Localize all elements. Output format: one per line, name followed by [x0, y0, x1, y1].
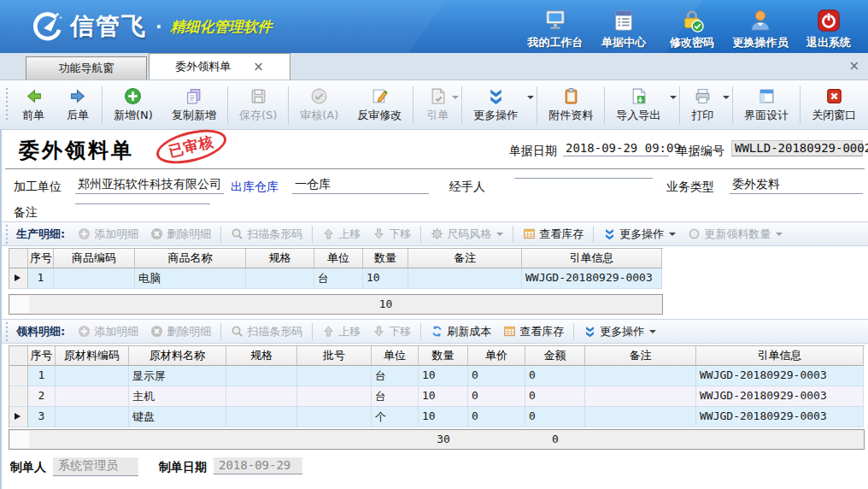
audit-button[interactable]: 审核(A) [290, 84, 348, 126]
warehouse-field[interactable]: 一仓库 [292, 177, 429, 194]
document-center-button[interactable]: 单据中心 [589, 5, 658, 50]
column-header[interactable]: 引单信息 [696, 346, 864, 366]
section-separator [593, 226, 594, 243]
change-password-button[interactable]: 修改密码 [658, 5, 726, 50]
attachments-button[interactable]: 附件资料 [539, 84, 602, 126]
next-doc-button[interactable]: 后单 [56, 84, 100, 126]
table-header-row: 序号 原材料编码 原材料名称 规格 批号 单位 数量 单价 金额 备注 引单信息 [9, 346, 865, 366]
magnifier-gray-icon [231, 227, 243, 240]
s2-view-stock-button[interactable]: 查看库存 [497, 321, 570, 342]
ui-design-button[interactable]: 界面设计 [735, 84, 798, 126]
close-window-button[interactable]: 关闭窗口 [802, 84, 865, 126]
toolbar-separator [537, 86, 537, 124]
brand-logo-icon [31, 10, 63, 43]
dropdown-caret-icon[interactable] [669, 233, 676, 236]
column-header[interactable]: 单位 [314, 249, 363, 268]
column-header[interactable]: 商品名称 [135, 249, 246, 268]
unaudit-button[interactable]: 反审修改 [348, 84, 411, 126]
column-header[interactable]: 数量 [363, 249, 408, 268]
dropdown-caret-icon[interactable] [527, 96, 534, 99]
dropdown-caret-icon[interactable] [452, 96, 459, 99]
vendor-field[interactable]: 郑州亚拓软件科技有限公司 [75, 177, 224, 194]
double-chevron-blue-icon [487, 87, 505, 105]
marker-header-cell [9, 249, 28, 268]
copy-new-button[interactable]: 复制新增 [162, 84, 226, 126]
save-button[interactable]: 保存(S) [230, 84, 286, 126]
workbench-label: 我的工作台 [528, 35, 584, 50]
dropdown-caret-icon[interactable] [670, 96, 677, 99]
column-header[interactable]: 原材料编码 [56, 346, 129, 366]
power-exit-icon [816, 8, 842, 33]
column-header[interactable]: 规格 [246, 249, 314, 268]
s1-add-row-button[interactable]: 添加明细 [72, 224, 144, 244]
column-header[interactable]: 数量 [419, 346, 468, 366]
s2-scan-barcode-button[interactable]: 扫描条形码 [225, 321, 308, 342]
column-header[interactable]: 规格 [226, 346, 297, 366]
table-row[interactable]: 3 键盘 个 10 0 0 WWJGD-20180929-0003 [9, 407, 865, 427]
s2-more-ops-button[interactable]: 更多操作 [578, 321, 662, 342]
doc-no-label: 单据编号 [677, 144, 724, 159]
column-header[interactable]: 单价 [468, 346, 525, 366]
workbench-button[interactable]: 我的工作台 [521, 5, 589, 50]
tab-close-icon[interactable]: × [253, 61, 264, 74]
switch-operator-button[interactable]: 更换操作员 [726, 5, 795, 50]
arrow-right-blue-icon [69, 87, 87, 105]
table-row[interactable]: 1 电脑 台 10 WWJGD-20180929-0003 [9, 268, 663, 289]
s1-size-style-button[interactable]: 尺码风格 [425, 224, 509, 244]
prev-doc-button[interactable]: 前单 [11, 84, 56, 126]
tabstrip-close-icon[interactable]: × [848, 60, 859, 73]
s2-add-row-button[interactable]: 添加明细 [72, 321, 144, 342]
doc-date-field[interactable]: 2018-09-29 09:09 [563, 141, 669, 156]
column-header[interactable]: 批号 [297, 346, 372, 366]
table-header-row: 序号 商品编码 商品名称 规格 单位 数量 备注 引单信息 [9, 249, 663, 268]
s1-update-qty-button[interactable]: 更新领料数量 [682, 224, 789, 244]
toolbar-separator [732, 86, 733, 124]
tab-strip: 功能导航窗 委外领料单 × × [0, 53, 868, 80]
material-detail-title: 领料明细: [16, 324, 65, 339]
import-export-button[interactable]: 导入导出 [607, 84, 677, 126]
column-header[interactable]: 单位 [372, 346, 419, 366]
handler-field[interactable] [514, 177, 653, 179]
table-row[interactable]: 2 主机 台 10 0 0 WWJGD-20180929-0003 [9, 386, 865, 407]
s1-scan-barcode-button[interactable]: 扫描条形码 [225, 224, 308, 244]
dropdown-caret-icon[interactable] [496, 233, 503, 236]
pull-doc-button[interactable]: 引单 [415, 84, 460, 126]
tab-function-nav[interactable]: 功能导航窗 [26, 56, 147, 80]
more-operations-button[interactable]: 更多操作 [464, 84, 535, 126]
section-separator [312, 323, 313, 340]
table-row[interactable]: 1 显示屏 台 10 0 0 WWJGD-20180929-0003 [9, 366, 865, 386]
biztype-field[interactable]: 委外发料 [730, 177, 863, 194]
s1-move-up-button[interactable]: 上移 [316, 224, 367, 244]
s1-move-down-button[interactable]: 下移 [367, 224, 417, 244]
print-button[interactable]: 打印 [682, 84, 730, 126]
column-header[interactable]: 序号 [28, 249, 54, 268]
remark-field[interactable] [75, 203, 210, 204]
dropdown-caret-icon[interactable] [723, 96, 730, 99]
column-header[interactable]: 商品编码 [54, 249, 135, 268]
column-header[interactable]: 备注 [585, 346, 696, 366]
new-button[interactable]: 新增(N) [104, 84, 162, 126]
warehouse-link[interactable]: 出库仓库 [231, 180, 279, 195]
exit-system-button[interactable]: 退出系统 [795, 5, 863, 50]
gear-gray-icon [431, 227, 443, 240]
switch-operator-label: 更换操作员 [733, 35, 789, 50]
total-notch [10, 431, 29, 448]
s1-delete-row-button[interactable]: 删除明细 [144, 224, 217, 244]
dropdown-caret-icon[interactable] [776, 233, 783, 236]
column-header[interactable]: 备注 [408, 249, 522, 268]
main-toolbar: 前单 后单 新增(N) 复制新增 保存(S) 审核(A) 反审修改 引单 更多操… [0, 80, 868, 130]
tab-outsource-picking[interactable]: 委外领料单 × [149, 53, 290, 80]
document-center-label: 单据中心 [601, 35, 646, 50]
column-header[interactable]: 序号 [28, 346, 56, 366]
column-header[interactable]: 原材料名称 [129, 346, 226, 366]
s2-refresh-cost-button[interactable]: 刷新成本 [425, 321, 497, 342]
s2-delete-row-button[interactable]: 删除明细 [144, 321, 217, 342]
s1-more-ops-button[interactable]: 更多操作 [597, 224, 682, 244]
dropdown-caret-icon[interactable] [649, 330, 656, 333]
s1-view-stock-button[interactable]: 查看库存 [517, 224, 589, 244]
column-header[interactable]: 金额 [525, 346, 585, 366]
s2-move-up-button[interactable]: 上移 [316, 321, 367, 342]
column-header[interactable]: 引单信息 [522, 249, 662, 268]
workbench-monitor-icon [542, 8, 568, 33]
s2-move-down-button[interactable]: 下移 [367, 321, 417, 342]
